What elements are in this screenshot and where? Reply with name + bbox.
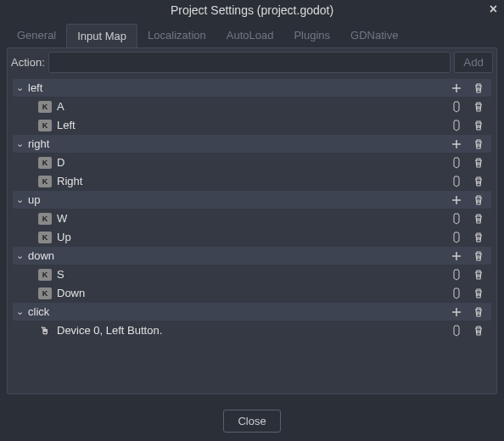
edit-event-icon[interactable] [451, 232, 462, 243]
action-name: left [26, 81, 451, 94]
keyboard-icon: K [38, 120, 52, 131]
delete-event-icon[interactable] [473, 101, 484, 113]
event-row[interactable]: KA [13, 98, 491, 115]
close-icon[interactable]: × [490, 2, 497, 17]
edit-event-icon[interactable] [451, 176, 462, 187]
delete-event-icon[interactable] [473, 325, 484, 337]
add-event-icon[interactable] [451, 194, 462, 206]
input-map-panel: Action: Add ⌄leftKAKLeft⌄rightKDKRight⌄u… [7, 47, 497, 394]
action-label: Action: [11, 56, 45, 69]
tab-input-map[interactable]: Input Map [66, 24, 137, 47]
delete-event-icon[interactable] [473, 213, 484, 225]
tab-autoload[interactable]: AutoLoad [216, 24, 284, 47]
chevron-down-icon[interactable]: ⌄ [16, 82, 26, 93]
delete-event-icon[interactable] [473, 269, 484, 281]
dialog-title: Project Settings (project.godot) [171, 3, 333, 17]
delete-event-icon[interactable] [473, 287, 484, 299]
edit-event-icon[interactable] [451, 325, 462, 337]
action-name: down [26, 249, 451, 262]
delete-action-icon[interactable] [473, 194, 484, 206]
tab-localization[interactable]: Localization [137, 24, 216, 47]
keyboard-icon: K [38, 269, 52, 281]
event-label: Up [57, 231, 451, 243]
action-name: click [26, 305, 451, 318]
titlebar: Project Settings (project.godot) × [0, 0, 504, 20]
keyboard-icon: K [38, 101, 52, 113]
tab-plugins[interactable]: Plugins [283, 24, 340, 47]
edit-event-icon[interactable] [451, 269, 462, 281]
keyboard-icon: K [38, 232, 52, 243]
edit-event-icon[interactable] [451, 213, 462, 225]
mouse-icon: 🖱 [38, 325, 52, 337]
keyboard-icon: K [38, 213, 52, 225]
add-event-icon[interactable] [451, 138, 462, 150]
delete-action-icon[interactable] [473, 138, 484, 150]
keyboard-icon: K [38, 287, 52, 299]
event-row[interactable]: KDown [13, 284, 491, 302]
keyboard-icon: K [38, 176, 52, 187]
edit-event-icon[interactable] [451, 120, 462, 131]
event-row[interactable]: 🖱Device 0, Left Button. [13, 321, 491, 339]
close-button[interactable]: Close [223, 410, 280, 433]
add-button[interactable]: Add [454, 52, 493, 73]
chevron-down-icon[interactable]: ⌄ [16, 138, 26, 149]
edit-event-icon[interactable] [451, 101, 462, 113]
dialog-footer: Close [0, 401, 504, 441]
event-label: S [57, 268, 451, 281]
action-input[interactable] [48, 52, 451, 73]
delete-event-icon[interactable] [473, 232, 484, 243]
keyboard-icon: K [38, 157, 52, 169]
tab-general[interactable]: General [7, 24, 66, 47]
chevron-down-icon[interactable]: ⌄ [16, 194, 26, 205]
event-label: Right [57, 175, 451, 187]
event-label: Left [57, 119, 451, 131]
action-tree: ⌄leftKAKLeft⌄rightKDKRight⌄upKWKUp⌄downK… [8, 76, 496, 394]
delete-event-icon[interactable] [473, 176, 484, 187]
event-label: Down [57, 287, 451, 299]
event-label: A [57, 100, 451, 113]
action-row-click[interactable]: ⌄click [13, 303, 491, 321]
event-row[interactable]: KD [13, 154, 491, 171]
chevron-down-icon[interactable]: ⌄ [16, 306, 26, 317]
event-label: W [57, 212, 451, 225]
action-row-down[interactable]: ⌄down [13, 247, 491, 265]
action-row-right[interactable]: ⌄right [13, 135, 491, 153]
add-event-icon[interactable] [451, 250, 462, 262]
tab-bar: General Input Map Localization AutoLoad … [0, 20, 504, 47]
event-row[interactable]: KRight [13, 172, 491, 190]
event-row[interactable]: KUp [13, 228, 491, 246]
event-row[interactable]: KW [13, 209, 491, 227]
add-event-icon[interactable] [451, 306, 462, 318]
delete-action-icon[interactable] [473, 306, 484, 318]
project-settings-dialog: Project Settings (project.godot) × Gener… [0, 0, 504, 441]
delete-action-icon[interactable] [473, 250, 484, 262]
event-row[interactable]: KLeft [13, 116, 491, 134]
edit-event-icon[interactable] [451, 157, 462, 169]
action-name: right [26, 137, 451, 150]
action-row-left[interactable]: ⌄left [13, 79, 491, 97]
tab-gdnative[interactable]: GDNative [340, 24, 408, 47]
delete-event-icon[interactable] [473, 157, 484, 169]
event-row[interactable]: KS [13, 265, 491, 283]
event-label: D [57, 156, 451, 169]
event-label: Device 0, Left Button. [57, 324, 451, 337]
add-event-icon[interactable] [451, 82, 462, 94]
action-name: up [26, 193, 451, 206]
action-input-row: Action: Add [8, 48, 496, 76]
delete-action-icon[interactable] [473, 82, 484, 94]
chevron-down-icon[interactable]: ⌄ [16, 250, 26, 261]
action-row-up[interactable]: ⌄up [13, 191, 491, 209]
edit-event-icon[interactable] [451, 287, 462, 299]
delete-event-icon[interactable] [473, 120, 484, 131]
